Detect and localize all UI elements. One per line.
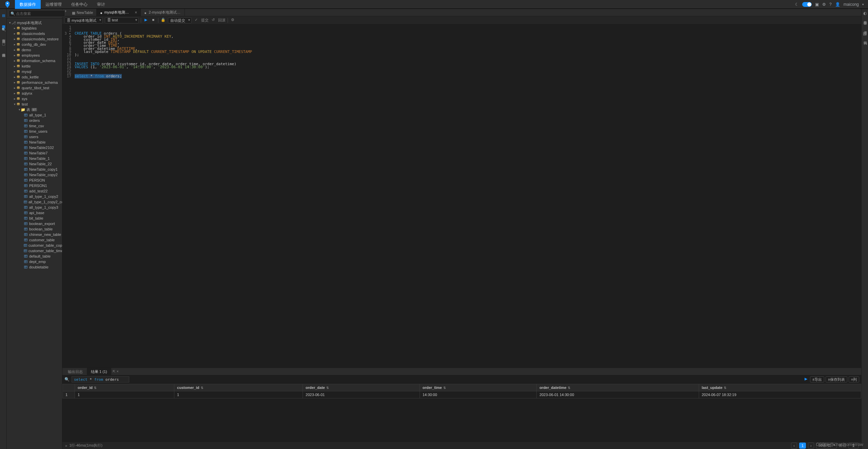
stop-button[interactable]: ■ <box>151 18 156 23</box>
pin-icon[interactable]: ⇱ <box>113 370 115 373</box>
tree-table[interactable]: NewTable_copy2 <box>7 172 62 177</box>
tree-table[interactable]: NewTable <box>7 139 62 145</box>
theme-toggle[interactable] <box>802 2 812 7</box>
tree-table[interactable]: NewTable7 <box>7 150 62 156</box>
save-to-table-button[interactable]: ±保存到表 <box>826 376 847 382</box>
prev-page-button[interactable]: ‹ <box>791 443 797 449</box>
next-page-button[interactable]: › <box>808 443 814 449</box>
sort-icon[interactable]: ⇅ <box>94 386 97 390</box>
nav-tasks[interactable]: 任务中心 <box>66 0 92 9</box>
columns-button[interactable]: ⌗列 <box>849 376 859 382</box>
terminal-icon[interactable]: ▣ <box>815 2 819 7</box>
tree-db[interactable]: ▸demo <box>7 47 62 53</box>
grid-cell[interactable]: 1 <box>75 391 174 398</box>
tree-table[interactable]: chinese_new_table <box>7 232 62 237</box>
tree-db[interactable]: ▸kettle <box>7 63 62 69</box>
editor-tab[interactable]: ▦NewTable <box>69 9 97 16</box>
grid-header[interactable]: last_update⇅ <box>699 384 861 391</box>
output-log-tab[interactable]: 输出日志 <box>64 368 87 375</box>
grid-cell[interactable]: 2023-06-01 14:30:00 <box>537 391 699 398</box>
sort-icon[interactable]: ⇅ <box>568 386 571 390</box>
run-button[interactable]: ▶ <box>143 18 149 23</box>
grid-cell[interactable]: 14:30:00 <box>420 391 537 398</box>
nav-data-ops[interactable]: 数据操作 <box>15 0 41 9</box>
tree-table[interactable]: dept_emp <box>7 259 62 264</box>
tree-table[interactable]: orders <box>7 118 62 123</box>
tree-root[interactable]: ▾⎇mysql本地测试 <box>7 20 62 25</box>
sort-icon[interactable]: ⇅ <box>724 386 727 390</box>
grid-cell[interactable]: 1 <box>174 391 303 398</box>
result-grid[interactable]: order_id⇅customer_id⇅order_date⇅order_ti… <box>62 384 861 398</box>
tree-table[interactable]: NewTable_copy1 <box>7 167 62 172</box>
tree-tables-group[interactable]: ▾📁表97 <box>7 107 62 112</box>
grid-cell[interactable]: 2024-06-07 18:32:19 <box>699 391 861 398</box>
search-icon[interactable]: 🔍 <box>64 377 70 382</box>
search-input[interactable] <box>9 10 65 17</box>
rollback-label[interactable]: 回滚 <box>218 18 226 23</box>
rail-history-icon[interactable]: 🔍 <box>1 27 6 32</box>
grid-header[interactable]: order_date⇅ <box>303 384 420 391</box>
close-icon[interactable]: × <box>135 10 137 15</box>
tree-db[interactable]: ▸bigtables <box>7 25 62 31</box>
tree-table[interactable]: customer_table <box>7 237 62 243</box>
tree-table[interactable]: all_type_1_copy2 <box>7 194 62 199</box>
tree-table[interactable]: time_users <box>7 129 62 134</box>
block-icon[interactable]: ▤ <box>863 31 867 36</box>
tree-db[interactable]: ▸information_schema <box>7 58 62 63</box>
editor-tab[interactable]: ●2-mysql本地测试@t... <box>141 9 185 16</box>
tree-db[interactable]: ▾test <box>7 101 62 107</box>
tree-table[interactable]: NewTable_1 <box>7 156 62 161</box>
tree-table[interactable]: users <box>7 134 62 139</box>
tree-table[interactable]: boolean_table <box>7 226 62 232</box>
gear-icon[interactable]: ⚙ <box>230 18 235 23</box>
tree-table[interactable]: NewTable2102 <box>7 145 62 150</box>
grid-header[interactable]: order_id⇅ <box>75 384 174 391</box>
export-button[interactable]: ±导出 <box>810 376 824 382</box>
lock-icon[interactable]: 🔒 <box>160 18 166 23</box>
grid-cell[interactable]: 2023-06-01 <box>303 391 420 398</box>
tree-db[interactable]: ▸sys <box>7 96 62 101</box>
user-name[interactable]: maicong <box>844 2 859 7</box>
tree-table[interactable]: default_table <box>7 254 62 259</box>
tree-db[interactable]: ▸sqlynx <box>7 91 62 96</box>
rail-datasource-icon[interactable]: ▤ <box>1 13 6 18</box>
tree-table[interactable]: PERSON <box>7 177 62 183</box>
sort-icon[interactable]: ⇅ <box>201 386 204 390</box>
page-current[interactable]: 1 <box>799 443 806 449</box>
editor-tab[interactable]: ●mysql本地测试@test× <box>97 9 141 16</box>
sort-icon[interactable]: ⇅ <box>443 386 446 390</box>
rerun-button[interactable]: ▶ <box>803 377 809 382</box>
tree-table[interactable]: bit_table <box>7 216 62 221</box>
tree-table[interactable]: add_test22 <box>7 188 62 194</box>
tree-table[interactable]: customer_table_copy1 <box>7 243 62 248</box>
refresh-icon[interactable]: ↻ <box>863 21 867 26</box>
commit-label[interactable]: 提交 <box>201 18 209 23</box>
tree-table[interactable]: api_base <box>7 210 62 216</box>
database-select[interactable]: 🗄test <box>105 17 139 23</box>
tree-db[interactable]: ▸mysql <box>7 69 62 74</box>
tree-table[interactable]: all_type_1_copy2_copy1 <box>7 199 62 205</box>
close-result-icon[interactable]: × <box>117 370 119 373</box>
tree-table[interactable]: all_type_1_copy3 <box>7 205 62 210</box>
tree-table[interactable]: PERSON1 <box>7 183 62 188</box>
tree-table[interactable]: customer_table_time <box>7 248 62 254</box>
grid-header[interactable]: order_time⇅ <box>420 384 537 391</box>
tree-db[interactable]: ▸classicmodels_restore <box>7 36 62 42</box>
tree-db[interactable]: ▸ods_kettle <box>7 74 62 80</box>
code-editor[interactable]: 123 ▸4567891011121314151617 CREATE TABLE… <box>62 24 861 368</box>
autocommit-select[interactable]: 自动提交 <box>168 17 192 23</box>
hint-icon[interactable]: ◐ <box>863 11 867 16</box>
commit-icon[interactable]: ✓ <box>194 18 199 23</box>
tree-db[interactable]: ▸classicmodels <box>7 31 62 36</box>
tree-table[interactable]: all_type_1 <box>7 112 62 118</box>
nav-maintenance[interactable]: 运维管理 <box>41 0 66 9</box>
rollback-icon[interactable]: ↺ <box>211 18 216 23</box>
sort-icon[interactable]: ⇅ <box>326 386 329 390</box>
tree-db[interactable]: ▸performance_schema <box>7 80 62 85</box>
tree-table[interactable]: NewTable_22 <box>7 161 62 167</box>
table-row[interactable]: 1112023-06-0114:30:002023-06-01 14:30:00… <box>63 391 861 398</box>
tree-table[interactable]: boolean_export <box>7 221 62 226</box>
tree-db[interactable]: ▸config_db_dev <box>7 42 62 47</box>
nav-audit[interactable]: 审计 <box>92 0 110 9</box>
chevron-down-icon[interactable]: ▾ <box>862 3 864 6</box>
